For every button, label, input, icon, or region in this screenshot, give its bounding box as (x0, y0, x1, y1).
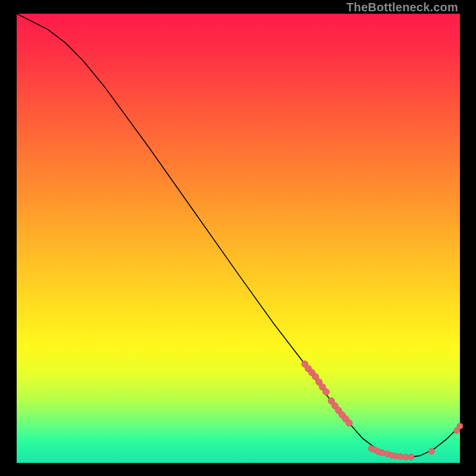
chart-overlay-svg (17, 14, 460, 463)
watermark-text: TheBottleneck.com (346, 1, 458, 13)
chart-stage: TheBottleneck.com (0, 0, 476, 476)
data-point (346, 419, 352, 426)
data-point (379, 450, 385, 456)
data-point (403, 454, 409, 460)
data-points-far-right (454, 423, 463, 434)
data-point (457, 423, 463, 429)
chart-plot-area (17, 14, 460, 463)
data-points-band-upper (302, 361, 353, 426)
data-points-band-lower (368, 446, 434, 460)
data-point (408, 454, 414, 460)
data-point (428, 448, 434, 454)
data-point (397, 453, 403, 459)
bottleneck-curve (17, 14, 460, 458)
data-point (323, 389, 330, 395)
